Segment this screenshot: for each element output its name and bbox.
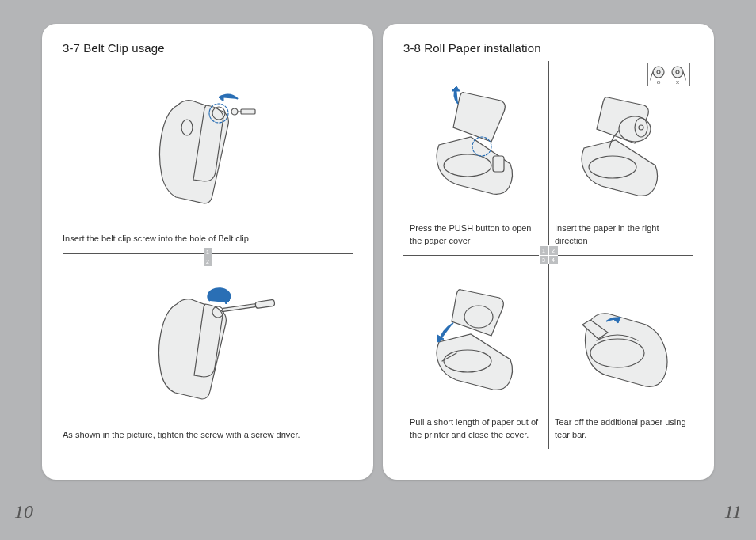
svg-rect-10	[493, 156, 504, 172]
step-caption: Press the PUSH button to open the paper …	[408, 219, 544, 249]
manual-page-right: 3-8 Roll Paper installation 1 2 3 4	[383, 24, 714, 480]
svg-rect-7	[255, 299, 275, 308]
step-caption: Tear off the additional paper using tear…	[553, 413, 689, 443]
manual-page-left: 3-7 Belt Clip usage	[42, 24, 373, 480]
svg-point-12	[653, 67, 664, 78]
step-caption: As shown in the picture, tighten the scr…	[63, 424, 353, 449]
step-badge: 3	[540, 256, 548, 264]
step-badge: 4	[549, 256, 558, 264]
legend-correct: O	[657, 80, 661, 85]
svg-point-4	[231, 108, 238, 115]
page-number-right: 11	[724, 501, 742, 523]
printer-tear-paper-illustration	[553, 260, 689, 413]
step-caption: Insert the paper in the right direction	[553, 219, 689, 249]
paper-direction-legend: O X	[647, 63, 690, 89]
belt-clip-step-2: As shown in the picture, tighten the scr…	[63, 257, 353, 450]
belt-clip-illustration-2	[63, 257, 353, 424]
svg-rect-6	[223, 304, 256, 312]
roll-paper-steps: 1 2 3 4	[403, 61, 693, 449]
legend-wrong: X	[676, 80, 679, 85]
roll-paper-step-4: Tear off the additional paper using tear…	[548, 255, 693, 449]
step-caption: Pull a short length of paper out of the …	[408, 413, 544, 443]
belt-clip-step-1: Insert the belt clip screw into the hole…	[63, 61, 353, 253]
svg-point-14	[672, 67, 683, 78]
belt-clip-illustration-1	[63, 61, 353, 228]
step-badge: 1	[204, 248, 212, 257]
page-number-left: 10	[14, 501, 33, 523]
section-title: 3-8 Roll Paper installation	[403, 41, 693, 55]
step-badge: 2	[549, 246, 558, 255]
roll-paper-step-1: Press the PUSH button to open the paper …	[403, 61, 548, 255]
step-number-badges: 1 2 3 4	[539, 245, 558, 264]
step-badge: 1	[540, 246, 548, 255]
printer-open-illustration	[408, 66, 544, 219]
roll-paper-step-3: Pull a short length of paper out of the …	[403, 255, 548, 449]
svg-rect-3	[241, 109, 255, 114]
belt-clip-steps: Insert the belt clip screw into the hole…	[63, 61, 353, 449]
printer-close-cover-illustration	[408, 260, 544, 413]
step-divider: 1 2	[63, 253, 353, 254]
section-title: 3-7 Belt Clip usage	[63, 41, 353, 55]
roll-paper-step-2: O X Insert the p	[548, 61, 693, 255]
svg-point-20	[464, 306, 493, 328]
